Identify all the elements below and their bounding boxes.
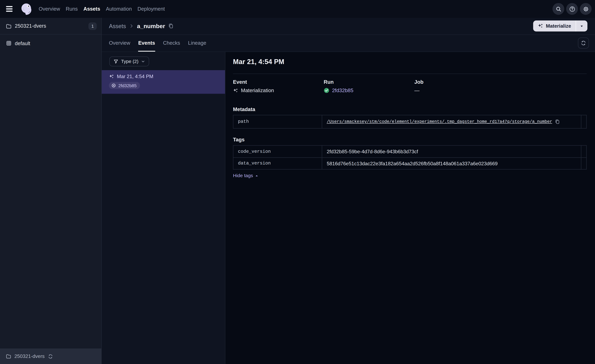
tab-events[interactable]: Events <box>138 35 155 52</box>
page-title: a_number <box>137 23 165 29</box>
metadata-key: path <box>234 115 322 128</box>
event-item-time: Mar 21, 4:54 PM <box>117 74 153 79</box>
tags-heading: Tags <box>233 137 587 142</box>
materialization-sparkle-icon <box>109 74 114 79</box>
summary-col-run: Run 2fd32b85 <box>324 79 414 93</box>
sidebar-item-workspace[interactable]: 250321-dvers 1 <box>0 18 101 35</box>
hide-tags-button[interactable]: Hide tags <box>233 173 258 178</box>
table-row: code_version 2fd32b85-59be-4d7d-8d6e-943… <box>234 146 586 157</box>
folder-icon <box>6 353 11 359</box>
summary-col-event: Event Materialization <box>233 79 324 93</box>
folder-icon <box>6 23 12 29</box>
type-filter-button[interactable]: Type (2) <box>109 56 149 66</box>
sidebar: 250321-dvers 1 default 250321 <box>0 18 102 364</box>
page-header: Assets a_number <box>102 18 595 35</box>
divider <box>233 74 587 74</box>
nav-item-automation[interactable]: Automation <box>106 6 132 12</box>
metadata-heading: Metadata <box>233 106 587 112</box>
workspace-count-badge: 1 <box>88 22 97 30</box>
summary-col-job: Job — <box>414 79 587 93</box>
event-detail-title: Mar 21, 4:54 PM <box>233 57 587 66</box>
nav-item-runs[interactable]: Runs <box>66 6 78 12</box>
menu-icon[interactable] <box>6 4 16 14</box>
workspace-label: 250321-dvers <box>15 23 46 29</box>
event-summary: Event Materialization <box>233 79 587 93</box>
event-run-id: 2fd32b85 <box>118 83 136 88</box>
asset-tabs: Overview Events Checks Lineage <box>109 35 206 52</box>
materialize-label: Materialize <box>546 23 571 29</box>
tag-key: code_version <box>234 146 322 157</box>
footer-workspace-label: 250321-dvers <box>14 353 45 359</box>
asset-group-icon <box>6 40 12 46</box>
event-run-chip[interactable]: 2fd32b85 <box>109 82 140 89</box>
type-filter-label: Type (2) <box>121 59 138 64</box>
nav-actions <box>552 3 592 15</box>
nav-item-assets[interactable]: Assets <box>83 6 100 12</box>
breadcrumb-assets-link[interactable]: Assets <box>109 23 126 29</box>
collapse-caret-icon <box>255 174 258 177</box>
filter-funnel-icon <box>113 59 119 64</box>
event-list-item-selected[interactable]: Mar 21, 4:54 PM 2fd32b85 <box>102 70 225 94</box>
help-icon[interactable] <box>566 3 578 15</box>
tag-value: 2fd32b85-59be-4d7d-8d6e-943b6b3d73cf <box>327 148 418 154</box>
event-column-label: Event <box>233 79 324 85</box>
row-end-spacer <box>581 158 586 169</box>
materialize-caret-icon[interactable] <box>576 21 588 32</box>
refresh-icon[interactable] <box>578 38 589 49</box>
copy-path-icon[interactable] <box>555 119 560 124</box>
main-column: Assets a_number <box>102 18 595 364</box>
tab-checks[interactable]: Checks <box>163 35 180 52</box>
top-nav: Overview Runs Assets Automation Deployme… <box>0 0 595 18</box>
job-column-label: Job <box>414 79 587 85</box>
chevron-right-icon <box>129 24 134 28</box>
materialization-sparkle-icon <box>233 88 238 93</box>
search-icon[interactable] <box>552 3 564 15</box>
sidebar-item-default-group[interactable]: default <box>0 36 101 50</box>
tag-value: 5816d76e51c13dac22e3fa182a654aa2d526fb50… <box>327 161 498 166</box>
run-success-icon <box>324 88 329 93</box>
job-value: — <box>414 88 420 93</box>
run-id-link[interactable]: 2fd32b85 <box>332 88 354 93</box>
chevron-down-icon <box>141 60 145 63</box>
dagster-logo-icon[interactable] <box>19 2 34 16</box>
event-detail-panel: Mar 21, 4:54 PM Event <box>226 52 595 364</box>
metadata-path-link[interactable]: /Users/smackesey/stm/code/elementl/exper… <box>327 119 552 124</box>
sidebar-footer-workspace[interactable]: 250321-dvers <box>0 349 101 364</box>
tabs-bar: Overview Events Checks Lineage <box>102 35 595 52</box>
tags-table: code_version 2fd32b85-59be-4d7d-8d6e-943… <box>233 145 587 169</box>
events-list-panel: Type (2) <box>102 52 226 364</box>
app: Overview Runs Assets Automation Deployme… <box>0 0 595 364</box>
nav-item-overview[interactable]: Overview <box>39 6 60 12</box>
copy-asset-name-icon[interactable] <box>168 23 174 29</box>
table-row: data_version 5816d76e51c13dac22e3fa182a6… <box>234 157 586 169</box>
run-status-icon <box>111 83 116 88</box>
materialize-button[interactable]: Materialize <box>533 21 587 32</box>
run-column-label: Run <box>324 79 414 85</box>
table-row: path /Users/smackesey/stm/code/elementl/… <box>234 115 586 128</box>
hide-tags-label: Hide tags <box>233 173 253 178</box>
sparkles-icon <box>538 23 543 29</box>
group-label: default <box>15 41 30 46</box>
settings-gear-icon[interactable] <box>580 3 592 15</box>
event-type-value: Materialization <box>241 88 274 93</box>
metadata-table: path /Users/smackesey/stm/code/elementl/… <box>233 115 587 128</box>
tab-overview[interactable]: Overview <box>109 35 130 52</box>
nav-item-deployment[interactable]: Deployment <box>138 6 165 12</box>
row-end-spacer <box>581 146 586 157</box>
primary-nav: Overview Runs Assets Automation Deployme… <box>39 6 165 12</box>
sync-icon <box>48 354 53 359</box>
tag-key: data_version <box>234 158 322 169</box>
row-end-spacer <box>581 115 586 128</box>
tab-lineage[interactable]: Lineage <box>188 35 206 52</box>
